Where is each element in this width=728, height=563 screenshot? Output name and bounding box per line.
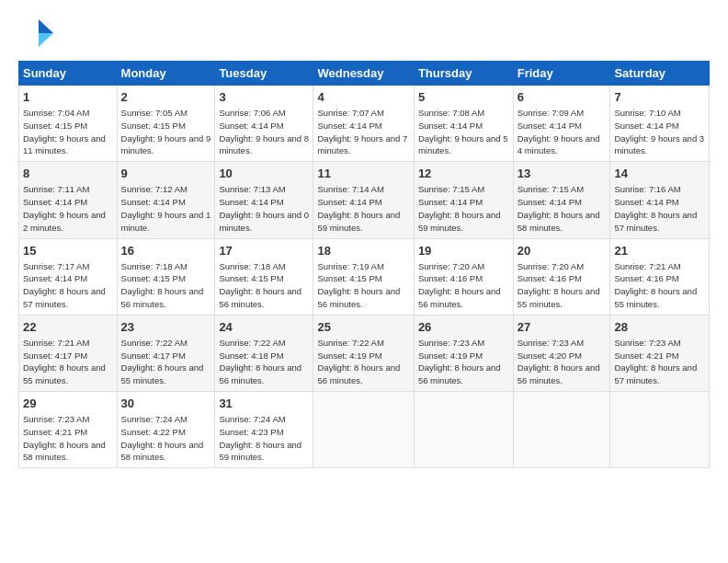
calendar-cell: 16Sunrise: 7:18 AM Sunset: 4:15 PM Dayli… xyxy=(117,238,215,315)
day-number: 16 xyxy=(121,243,211,259)
day-info: Sunrise: 7:05 AM Sunset: 4:15 PM Dayligh… xyxy=(121,107,211,157)
header-saturday: Saturday xyxy=(610,62,710,86)
calendar-cell: 14Sunrise: 7:16 AM Sunset: 4:14 PM Dayli… xyxy=(610,162,710,238)
day-number: 26 xyxy=(418,319,509,336)
calendar-cell: 30Sunrise: 7:24 AM Sunset: 4:22 PM Dayli… xyxy=(117,392,215,468)
day-number: 12 xyxy=(418,166,509,182)
calendar-cell: 29Sunrise: 7:23 AM Sunset: 4:21 PM Dayli… xyxy=(19,392,118,468)
day-number: 15 xyxy=(23,243,113,259)
day-number: 6 xyxy=(518,89,607,106)
day-number: 5 xyxy=(418,89,509,106)
day-number: 29 xyxy=(23,396,113,412)
header-tuesday: Tuesday xyxy=(215,62,313,86)
day-number: 3 xyxy=(219,89,309,106)
header-monday: Monday xyxy=(117,62,215,86)
calendar-week-row: 8Sunrise: 7:11 AM Sunset: 4:14 PM Daylig… xyxy=(19,162,710,238)
day-info: Sunrise: 7:04 AM Sunset: 4:15 PM Dayligh… xyxy=(23,107,113,157)
calendar-header: SundayMondayTuesdayWednesdayThursdayFrid… xyxy=(19,62,710,86)
day-number: 20 xyxy=(518,243,607,259)
day-number: 17 xyxy=(219,243,309,259)
day-info: Sunrise: 7:19 AM Sunset: 4:15 PM Dayligh… xyxy=(317,260,409,311)
day-info: Sunrise: 7:23 AM Sunset: 4:21 PM Dayligh… xyxy=(23,413,113,464)
day-info: Sunrise: 7:20 AM Sunset: 4:16 PM Dayligh… xyxy=(418,260,509,311)
calendar-cell: 11Sunrise: 7:14 AM Sunset: 4:14 PM Dayli… xyxy=(313,162,414,238)
day-info: Sunrise: 7:14 AM Sunset: 4:14 PM Dayligh… xyxy=(317,183,409,234)
calendar-week-row: 29Sunrise: 7:23 AM Sunset: 4:21 PM Dayli… xyxy=(19,392,710,468)
calendar-cell: 6Sunrise: 7:09 AM Sunset: 4:14 PM Daylig… xyxy=(513,86,610,162)
day-info: Sunrise: 7:20 AM Sunset: 4:16 PM Dayligh… xyxy=(518,260,607,311)
calendar-cell: 12Sunrise: 7:15 AM Sunset: 4:14 PM Dayli… xyxy=(414,162,513,238)
calendar-cell: 25Sunrise: 7:22 AM Sunset: 4:19 PM Dayli… xyxy=(313,315,414,391)
calendar-cell: 21Sunrise: 7:21 AM Sunset: 4:16 PM Dayli… xyxy=(610,238,710,315)
header-thursday: Thursday xyxy=(414,62,513,86)
day-number: 23 xyxy=(121,319,211,336)
day-info: Sunrise: 7:23 AM Sunset: 4:19 PM Dayligh… xyxy=(418,337,509,387)
day-number: 4 xyxy=(317,89,409,106)
day-number: 28 xyxy=(614,319,705,336)
day-info: Sunrise: 7:18 AM Sunset: 4:15 PM Dayligh… xyxy=(219,260,309,311)
day-info: Sunrise: 7:16 AM Sunset: 4:14 PM Dayligh… xyxy=(614,183,705,234)
day-info: Sunrise: 7:12 AM Sunset: 4:14 PM Dayligh… xyxy=(121,183,211,234)
day-info: Sunrise: 7:22 AM Sunset: 4:19 PM Dayligh… xyxy=(317,337,409,387)
calendar-cell xyxy=(513,392,610,468)
calendar-week-row: 22Sunrise: 7:21 AM Sunset: 4:17 PM Dayli… xyxy=(19,315,710,391)
day-number: 9 xyxy=(121,166,211,182)
day-info: Sunrise: 7:08 AM Sunset: 4:14 PM Dayligh… xyxy=(418,107,509,157)
day-number: 7 xyxy=(614,89,705,106)
day-number: 10 xyxy=(219,166,309,182)
calendar-cell: 13Sunrise: 7:15 AM Sunset: 4:14 PM Dayli… xyxy=(513,162,610,238)
calendar-cell: 26Sunrise: 7:23 AM Sunset: 4:19 PM Dayli… xyxy=(414,315,513,391)
day-number: 22 xyxy=(23,319,113,336)
day-number: 27 xyxy=(518,319,607,336)
day-info: Sunrise: 7:24 AM Sunset: 4:22 PM Dayligh… xyxy=(121,413,211,464)
header-friday: Friday xyxy=(513,62,610,86)
logo-icon xyxy=(18,15,55,52)
calendar-cell: 5Sunrise: 7:08 AM Sunset: 4:14 PM Daylig… xyxy=(414,86,513,162)
calendar-cell: 19Sunrise: 7:20 AM Sunset: 4:16 PM Dayli… xyxy=(414,238,513,315)
day-info: Sunrise: 7:24 AM Sunset: 4:23 PM Dayligh… xyxy=(219,413,309,464)
calendar-cell: 17Sunrise: 7:18 AM Sunset: 4:15 PM Dayli… xyxy=(215,238,313,315)
calendar-cell: 18Sunrise: 7:19 AM Sunset: 4:15 PM Dayli… xyxy=(313,238,414,315)
day-number: 25 xyxy=(317,319,409,336)
day-info: Sunrise: 7:09 AM Sunset: 4:14 PM Dayligh… xyxy=(518,107,607,157)
day-info: Sunrise: 7:22 AM Sunset: 4:17 PM Dayligh… xyxy=(121,337,211,387)
calendar-table: SundayMondayTuesdayWednesdayThursdayFrid… xyxy=(18,61,710,468)
day-number: 1 xyxy=(23,89,113,106)
calendar-cell: 15Sunrise: 7:17 AM Sunset: 4:14 PM Dayli… xyxy=(19,238,118,315)
calendar-cell: 8Sunrise: 7:11 AM Sunset: 4:14 PM Daylig… xyxy=(19,162,118,238)
day-number: 19 xyxy=(418,243,509,259)
calendar-body: 1Sunrise: 7:04 AM Sunset: 4:15 PM Daylig… xyxy=(19,86,710,468)
calendar-cell xyxy=(414,392,513,468)
calendar-cell: 2Sunrise: 7:05 AM Sunset: 4:15 PM Daylig… xyxy=(117,86,215,162)
day-number: 18 xyxy=(317,243,409,259)
calendar-cell: 27Sunrise: 7:23 AM Sunset: 4:20 PM Dayli… xyxy=(513,315,610,391)
calendar-cell: 9Sunrise: 7:12 AM Sunset: 4:14 PM Daylig… xyxy=(117,162,215,238)
day-number: 8 xyxy=(23,166,113,182)
calendar-header-row: SundayMondayTuesdayWednesdayThursdayFrid… xyxy=(19,62,710,86)
calendar-cell: 23Sunrise: 7:22 AM Sunset: 4:17 PM Dayli… xyxy=(117,315,215,391)
svg-marker-1 xyxy=(39,33,53,47)
day-number: 24 xyxy=(219,319,309,336)
calendar-cell: 7Sunrise: 7:10 AM Sunset: 4:14 PM Daylig… xyxy=(610,86,710,162)
day-info: Sunrise: 7:18 AM Sunset: 4:15 PM Dayligh… xyxy=(121,260,211,311)
svg-marker-0 xyxy=(39,19,53,33)
day-number: 2 xyxy=(121,89,211,106)
calendar-cell: 24Sunrise: 7:22 AM Sunset: 4:18 PM Dayli… xyxy=(215,315,313,391)
calendar-cell xyxy=(313,392,414,468)
day-number: 31 xyxy=(219,396,309,412)
calendar-week-row: 15Sunrise: 7:17 AM Sunset: 4:14 PM Dayli… xyxy=(19,238,710,315)
day-number: 14 xyxy=(614,166,705,182)
header xyxy=(18,15,710,52)
calendar-cell: 31Sunrise: 7:24 AM Sunset: 4:23 PM Dayli… xyxy=(215,392,313,468)
day-info: Sunrise: 7:21 AM Sunset: 4:16 PM Dayligh… xyxy=(614,260,705,311)
day-info: Sunrise: 7:11 AM Sunset: 4:14 PM Dayligh… xyxy=(23,183,113,234)
calendar-cell: 4Sunrise: 7:07 AM Sunset: 4:14 PM Daylig… xyxy=(313,86,414,162)
calendar-cell: 10Sunrise: 7:13 AM Sunset: 4:14 PM Dayli… xyxy=(215,162,313,238)
calendar-cell: 22Sunrise: 7:21 AM Sunset: 4:17 PM Dayli… xyxy=(19,315,118,391)
day-info: Sunrise: 7:23 AM Sunset: 4:21 PM Dayligh… xyxy=(614,337,705,387)
day-info: Sunrise: 7:13 AM Sunset: 4:14 PM Dayligh… xyxy=(219,183,309,234)
day-info: Sunrise: 7:17 AM Sunset: 4:14 PM Dayligh… xyxy=(23,260,113,311)
day-info: Sunrise: 7:21 AM Sunset: 4:17 PM Dayligh… xyxy=(23,337,113,387)
day-info: Sunrise: 7:10 AM Sunset: 4:14 PM Dayligh… xyxy=(614,107,705,157)
logo xyxy=(18,15,61,52)
